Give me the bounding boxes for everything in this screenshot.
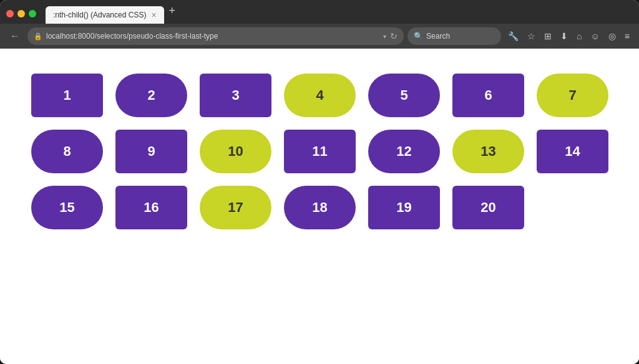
browser-window: :nth-child() (Advanced CSS) × + ← 🔒 loca… bbox=[0, 0, 639, 364]
toolbar: ← 🔒 localhost:8000/selectors/pseudo-clas… bbox=[0, 24, 639, 49]
item-20: 20 bbox=[452, 186, 524, 229]
items-row-1: 1 2 3 4 5 6 7 bbox=[31, 74, 608, 117]
minimize-button[interactable] bbox=[17, 10, 25, 17]
page-content: 1 2 3 4 5 6 7 8 9 10 11 12 13 14 15 16 bbox=[0, 49, 639, 364]
emoji-icon[interactable]: ☺ bbox=[588, 29, 603, 44]
item-18: 18 bbox=[284, 186, 356, 229]
dropdown-icon[interactable]: ▾ bbox=[383, 33, 386, 40]
item-15: 15 bbox=[31, 186, 103, 229]
item-2: 2 bbox=[115, 74, 187, 117]
traffic-lights bbox=[6, 10, 36, 24]
bookmark-icon[interactable]: ☆ bbox=[524, 29, 539, 44]
menu-icon[interactable]: ≡ bbox=[622, 29, 633, 44]
item-7: 7 bbox=[537, 74, 608, 117]
download-icon[interactable]: ⬇ bbox=[557, 29, 571, 44]
library-icon[interactable]: ⊞ bbox=[541, 29, 555, 44]
reader-icon[interactable]: ◎ bbox=[605, 29, 619, 44]
item-6: 6 bbox=[452, 74, 524, 117]
item-13: 13 bbox=[452, 130, 524, 173]
toolbar-icons: 🔧 ☆ ⊞ ⬇ ⌂ ☺ ◎ ≡ bbox=[505, 29, 633, 44]
search-bar[interactable]: 🔍 Search bbox=[407, 27, 501, 45]
new-tab-button[interactable]: + bbox=[164, 4, 181, 24]
home-icon[interactable]: ⌂ bbox=[573, 29, 585, 44]
title-bar: :nth-child() (Advanced CSS) × + bbox=[0, 0, 639, 24]
address-text: localhost:8000/selectors/pseudo-class-fi… bbox=[46, 32, 379, 41]
search-placeholder: Search bbox=[426, 32, 450, 41]
back-button[interactable]: ← bbox=[6, 28, 24, 44]
item-1: 1 bbox=[31, 74, 103, 117]
items-row-3: 15 16 17 18 19 20 bbox=[31, 186, 608, 229]
item-14: 14 bbox=[537, 130, 608, 173]
items-grid: 1 2 3 4 5 6 7 8 9 10 11 12 13 14 15 16 bbox=[31, 74, 608, 229]
item-9: 9 bbox=[115, 130, 187, 173]
refresh-icon[interactable]: ↻ bbox=[390, 31, 398, 41]
item-3: 3 bbox=[200, 74, 271, 117]
item-5: 5 bbox=[368, 74, 440, 117]
tab-close-icon[interactable]: × bbox=[151, 11, 156, 19]
item-16: 16 bbox=[115, 186, 187, 229]
item-10: 10 bbox=[200, 130, 271, 173]
lock-icon: 🔒 bbox=[34, 32, 42, 41]
items-row-2: 8 9 10 11 12 13 14 bbox=[31, 130, 608, 173]
item-19: 19 bbox=[368, 186, 440, 229]
maximize-button[interactable] bbox=[29, 10, 36, 17]
item-11: 11 bbox=[284, 130, 356, 173]
item-8: 8 bbox=[31, 130, 103, 173]
tab-label: :nth-child() (Advanced CSS) bbox=[53, 11, 146, 19]
active-tab[interactable]: :nth-child() (Advanced CSS) × bbox=[46, 6, 164, 24]
item-4: 4 bbox=[284, 74, 356, 117]
search-icon: 🔍 bbox=[414, 32, 423, 41]
address-bar[interactable]: 🔒 localhost:8000/selectors/pseudo-class-… bbox=[27, 27, 404, 45]
item-17: 17 bbox=[200, 186, 271, 229]
close-button[interactable] bbox=[6, 10, 14, 17]
tools-icon[interactable]: 🔧 bbox=[505, 29, 522, 44]
item-12: 12 bbox=[368, 130, 440, 173]
